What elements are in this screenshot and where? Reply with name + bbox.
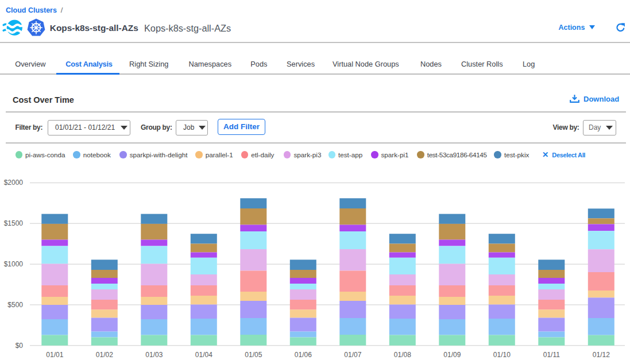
svg-text:01/09: 01/09 bbox=[443, 351, 461, 359]
svg-text:01/11: 01/11 bbox=[543, 351, 560, 359]
svg-text:01/05: 01/05 bbox=[245, 351, 262, 359]
svg-text:01/07: 01/07 bbox=[344, 351, 361, 359]
svg-text:$2000: $2000 bbox=[4, 179, 24, 187]
svg-text:01/03: 01/03 bbox=[145, 351, 163, 359]
svg-text:01/01: 01/01 bbox=[46, 351, 63, 359]
svg-text:$1000: $1000 bbox=[4, 260, 24, 268]
svg-text:$1500: $1500 bbox=[4, 219, 24, 227]
svg-text:01/04: 01/04 bbox=[195, 351, 212, 359]
svg-text:01/08: 01/08 bbox=[394, 351, 411, 359]
svg-text:$500: $500 bbox=[7, 301, 23, 309]
svg-text:01/02: 01/02 bbox=[96, 351, 113, 359]
svg-text:$0: $0 bbox=[16, 342, 24, 350]
svg-text:01/12: 01/12 bbox=[593, 351, 610, 359]
svg-text:01/06: 01/06 bbox=[295, 351, 312, 359]
svg-text:01/10: 01/10 bbox=[493, 351, 511, 359]
